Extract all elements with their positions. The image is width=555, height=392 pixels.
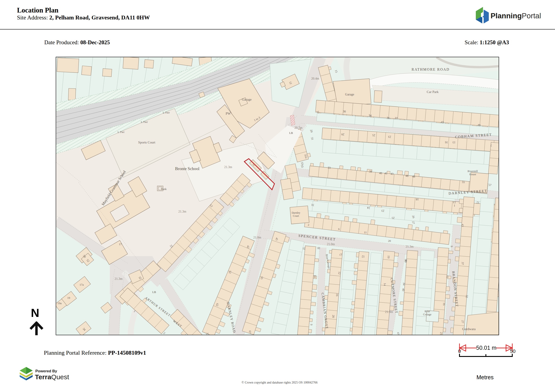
svg-text:Rose: Rose: [424, 310, 430, 313]
svg-text:20.7m: 20.7m: [294, 126, 302, 129]
svg-text:PW: PW: [226, 112, 231, 115]
svg-text:19a: 19a: [58, 301, 62, 305]
svg-text:21.0m: 21.0m: [327, 242, 335, 246]
svg-text:13: 13: [453, 141, 456, 144]
svg-text:40: 40: [379, 171, 382, 175]
svg-text:Gurdwara: Gurdwara: [462, 327, 475, 331]
svg-text:Car Park: Car Park: [427, 90, 439, 94]
svg-text:11: 11: [364, 231, 367, 234]
svg-text:33: 33: [328, 166, 331, 170]
svg-text:12: 12: [476, 201, 480, 205]
svg-text:52: 52: [228, 271, 232, 274]
svg-text:Darnley: Darnley: [292, 211, 300, 214]
svg-text:32: 32: [465, 295, 469, 298]
svg-text:57: 57: [488, 183, 492, 187]
svg-text:37: 37: [394, 116, 398, 120]
svg-text:16: 16: [335, 293, 339, 297]
svg-text:Court: Court: [293, 214, 299, 217]
svg-text:42: 42: [246, 245, 250, 248]
svg-text:47: 47: [396, 332, 400, 335]
svg-text:23: 23: [381, 209, 385, 213]
svg-text:55: 55: [462, 180, 465, 184]
svg-text:18: 18: [317, 247, 321, 250]
svg-text:43: 43: [390, 172, 394, 176]
svg-text:36: 36: [387, 116, 390, 120]
svg-text:31: 31: [311, 203, 314, 207]
svg-text:25: 25: [392, 216, 395, 220]
svg-text:27: 27: [461, 320, 464, 323]
svg-text:14: 14: [383, 283, 387, 286]
svg-text:20.4m: 20.4m: [311, 77, 319, 80]
svg-text:17: 17: [119, 242, 122, 246]
svg-text:20: 20: [331, 315, 335, 318]
svg-text:9: 9: [450, 246, 454, 247]
svg-text:Garage: Garage: [242, 98, 252, 101]
svg-text:21.3m: 21.3m: [115, 277, 123, 280]
svg-text:21: 21: [302, 247, 306, 250]
svg-text:62: 62: [215, 303, 219, 306]
svg-text:9: 9: [310, 324, 314, 326]
svg-text:34: 34: [368, 114, 372, 117]
svg-text:43: 43: [441, 121, 444, 124]
svg-text:PlanningPortal: PlanningPortal: [490, 12, 541, 20]
svg-text:48: 48: [412, 175, 415, 178]
svg-text:19: 19: [67, 296, 70, 299]
svg-text:21.3m: 21.3m: [224, 165, 232, 169]
svg-text:Sports Court: Sports Court: [138, 141, 155, 144]
svg-text:40: 40: [402, 288, 405, 291]
svg-text:12: 12: [337, 271, 341, 274]
svg-text:10: 10: [313, 275, 316, 278]
svg-text:L Twr: L Twr: [117, 130, 124, 134]
svg-text:34: 34: [402, 282, 406, 286]
svg-text:20: 20: [388, 239, 391, 242]
svg-text:Tank: Tank: [161, 187, 167, 191]
svg-text:Rivermill: Rivermill: [467, 170, 478, 173]
svg-text:12: 12: [362, 255, 365, 259]
svg-text:21.9m: 21.9m: [385, 310, 393, 314]
svg-text:25: 25: [372, 134, 375, 137]
svg-text:Garage: Garage: [345, 93, 354, 96]
svg-text:Cottage: Cottage: [423, 313, 431, 316]
svg-text:50: 50: [510, 349, 515, 354]
svg-text:0: 0: [458, 349, 461, 354]
svg-text:37: 37: [461, 262, 464, 265]
svg-text:21.3m: 21.3m: [178, 210, 186, 213]
svg-text:L Twr: L Twr: [163, 111, 170, 114]
svg-text:21: 21: [439, 332, 443, 335]
svg-text:2: 2: [308, 223, 309, 226]
svg-text:23: 23: [388, 135, 391, 139]
svg-text:72: 72: [205, 332, 209, 335]
svg-text:43: 43: [461, 224, 464, 227]
svg-text:50.01 m: 50.01 m: [476, 345, 497, 351]
svg-text:17a: 17a: [80, 283, 84, 286]
svg-text:1: 1: [454, 204, 455, 207]
svg-text:49: 49: [477, 123, 481, 127]
svg-text:LB: LB: [289, 131, 293, 135]
svg-text:30: 30: [343, 110, 346, 113]
svg-text:19: 19: [387, 255, 390, 258]
svg-text:13: 13: [453, 201, 456, 204]
svg-text:18: 18: [416, 198, 419, 201]
svg-text:41: 41: [384, 172, 387, 175]
svg-text:21.3m: 21.3m: [406, 245, 414, 248]
svg-text:TerraQuest: TerraQuest: [35, 373, 69, 381]
svg-text:67: 67: [248, 330, 252, 334]
svg-text:39: 39: [369, 170, 372, 173]
svg-text:17: 17: [339, 253, 343, 256]
svg-text:Bronte School: Bronte School: [175, 166, 199, 171]
svg-text:46: 46: [405, 174, 409, 178]
svg-text:29: 29: [341, 133, 344, 136]
svg-text:24: 24: [367, 206, 370, 210]
svg-text:55: 55: [260, 276, 263, 279]
svg-text:11: 11: [445, 275, 449, 278]
svg-text:16: 16: [442, 302, 446, 306]
svg-text:RATHMORE ROAD: RATHMORE ROAD: [412, 67, 450, 71]
svg-text:16: 16: [445, 141, 448, 144]
svg-text:Powered By: Powered By: [35, 369, 57, 373]
svg-text:6: 6: [338, 227, 340, 231]
svg-text:21.0m: 21.0m: [253, 236, 261, 239]
svg-text:LB: LB: [152, 290, 156, 294]
svg-text:House: House: [469, 173, 476, 176]
svg-text:30: 30: [404, 259, 408, 262]
svg-text:45: 45: [275, 237, 278, 241]
